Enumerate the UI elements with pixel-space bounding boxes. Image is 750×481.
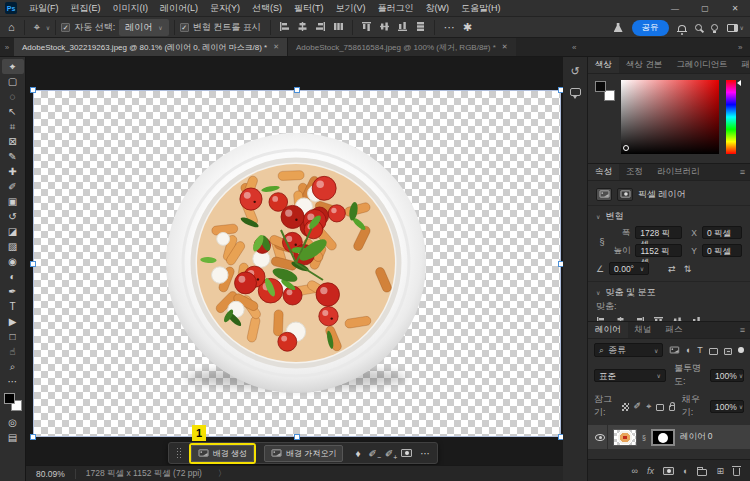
height-field[interactable]: 1152 픽셀 [635,244,682,257]
foreground-background-swatches[interactable] [4,393,22,411]
tool-hand-icon[interactable]: ☝ [2,344,24,359]
menu-item-6[interactable]: 필터(T) [288,0,330,17]
tool-move-icon[interactable]: ⌖ [2,59,24,74]
beta-flask-icon[interactable] [614,23,623,32]
add-layer-mask-icon[interactable] [663,467,674,475]
tool-lasso-icon[interactable]: ◌ [2,89,24,104]
layer-visibility-toggle[interactable] [592,425,608,449]
more-options-icon[interactable]: ⋯ [444,21,455,34]
tab-close-icon[interactable]: ✕ [502,43,508,51]
tool-eraser-icon[interactable]: ◪ [2,224,24,239]
layer-style-fx-icon[interactable]: fx [647,466,654,476]
transform-handle[interactable] [294,87,300,93]
distribute-h-icon[interactable] [333,21,344,34]
transform-handle[interactable] [294,434,300,440]
mask-link-icon[interactable]: § [642,434,646,441]
menu-item-5[interactable]: 선택(S) [246,0,288,17]
taskbar-grip-handle[interactable] [176,447,181,460]
tab-채널[interactable]: 채널 [628,322,659,338]
color-field-cursor[interactable] [623,145,629,151]
menu-item-7[interactable]: 보기(V) [330,0,372,17]
align-right-icon[interactable] [315,21,326,34]
panel-collapse-icon[interactable]: » [738,38,742,57]
new-group-folder-icon[interactable] [697,469,707,476]
align-hcenter-icon[interactable] [297,21,308,34]
tab-라이브러리[interactable]: 라이브러리 [650,164,707,180]
menu-item-4[interactable]: 문자(Y) [204,0,246,17]
tab-패턴[interactable]: 패턴 [734,57,750,73]
tool-clone-stamp-icon[interactable]: ▣ [2,194,24,209]
tool-marquee-icon[interactable]: ▢ [2,74,24,89]
x-field[interactable]: 0 픽셀 [702,226,742,239]
discover-lightbulb-icon[interactable] [711,24,718,31]
filter-toggle-icon[interactable] [738,347,744,353]
color-field[interactable] [621,80,719,154]
menu-item-0[interactable]: 파일(F) [23,0,65,17]
tool-history-brush-icon[interactable]: ↺ [2,209,24,224]
move-tool-caret-icon[interactable]: ∨ [46,24,50,31]
lock-position-icon[interactable]: ⌖ [646,401,651,412]
tool-type-icon[interactable]: T [2,299,24,314]
fill-selection-icon[interactable]: ♦ [355,448,360,459]
toolbar-collapse-icon[interactable]: » [0,38,14,56]
generate-background-button[interactable]: 배경 생성 [191,445,254,462]
maximize-button[interactable]: ▢ [690,0,720,17]
align-vcenter-icon[interactable] [379,21,390,34]
align-top-icon[interactable] [361,21,372,34]
filter-type-layers-icon[interactable]: T [697,345,703,355]
subtract-brush-icon[interactable]: ✐− [369,448,377,459]
tab-close-icon[interactable]: ✕ [273,43,279,51]
menu-item-2[interactable]: 이미지(I) [107,0,155,17]
tool-quick-mask-icon[interactable]: ◎ [2,415,24,430]
tool-healing-brush-icon[interactable]: ✚ [2,164,24,179]
filter-smart-objects-icon[interactable] [724,348,733,355]
distribute-v-icon[interactable] [415,21,426,34]
search-icon[interactable] [695,24,702,31]
link-dimensions-icon[interactable]: § [596,226,608,257]
filter-shape-layers-icon[interactable] [709,348,718,355]
auto-select-dropdown[interactable]: 레이어 ∨ [119,19,168,36]
delete-layer-trash-icon[interactable] [733,468,740,476]
angle-field[interactable]: 0.00° ∨ [609,262,649,275]
hue-slider[interactable] [726,80,736,154]
menu-item-3[interactable]: 레이어(L) [154,0,204,17]
width-field[interactable]: 1728 픽셀 [635,226,682,239]
layer-row-selected[interactable]: § 레이어 0 [588,425,750,449]
add-brush-icon[interactable]: ✐+ [385,448,393,459]
opacity-field[interactable]: 100% ∨ [710,369,744,382]
new-layer-icon[interactable]: ⊞ [716,466,724,476]
tool-screen-mode-icon[interactable]: ▤ [2,430,24,445]
close-button[interactable]: ✕ [720,0,750,17]
tab-색상 견본[interactable]: 색상 견본 [619,57,669,73]
status-chevron-icon[interactable]: 〉 [218,468,226,479]
comments-panel-icon[interactable] [570,88,581,96]
gear-icon[interactable]: ✱ [463,21,472,34]
minimize-button[interactable]: — [660,0,690,17]
move-tool-icon[interactable]: ⌖ [34,21,40,34]
fill-field[interactable]: 100% ∨ [710,400,744,413]
menu-item-10[interactable]: 도움말(H) [455,0,507,17]
new-adjustment-layer-icon[interactable]: ◐ [683,466,688,476]
panel-menu-icon[interactable]: ≡ [735,164,750,180]
align-section-header[interactable]: ∨ 맞춤 및 분포 [588,285,750,300]
layer-thumbnail[interactable] [613,429,637,446]
align-bottom-icon[interactable] [397,21,408,34]
tool-edit-toolbar-icon[interactable]: ⋯ [2,374,24,389]
foreground-background-swatches[interactable] [595,81,615,101]
share-button[interactable]: 공유 [632,20,669,36]
tool-blur-icon[interactable]: ◉ [2,254,24,269]
filter-pixel-layers-icon[interactable] [670,347,679,354]
link-layers-icon[interactable]: ∞ [632,466,638,476]
transform-handle[interactable] [30,434,36,440]
tab-패스[interactable]: 패스 [659,322,690,338]
tab-속성[interactable]: 속성 [588,164,619,180]
canvas-area[interactable]: 배경 생성 배경 가져오기 ♦ ✐− ✐+ ⋯ 1 80.09% 1728 픽셀… [26,57,563,481]
notifications-bell-icon[interactable] [678,25,686,32]
menu-item-9[interactable]: 창(W) [420,0,456,17]
tool-frame-icon[interactable]: ⊠ [2,134,24,149]
y-field[interactable]: 0 픽셀 [702,244,742,257]
lock-artboard-icon[interactable] [656,404,664,411]
align-left-icon[interactable] [279,21,290,34]
dock-collapse-icon[interactable]: « [572,38,576,57]
transform-handle[interactable] [30,261,36,267]
